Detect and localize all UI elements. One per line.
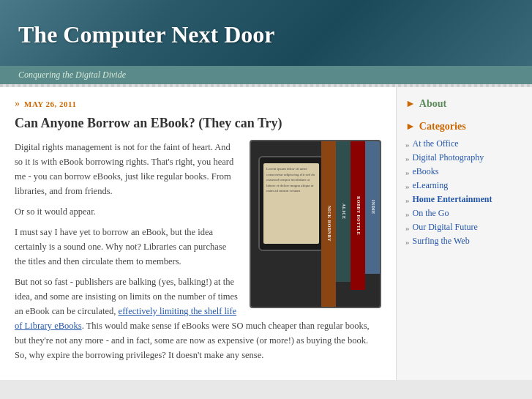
category-elearning[interactable]: eLearning: [413, 180, 449, 191]
category-digital-photo[interactable]: Digital Photography: [413, 152, 484, 163]
list-item: On the Go: [405, 208, 523, 219]
tagline-bar: Conquering the Digital Divide: [0, 66, 532, 84]
list-item: At the Office: [405, 138, 523, 149]
book-2: ALICE: [336, 141, 351, 282]
category-surfing-web[interactable]: Surfing the Web: [413, 236, 470, 247]
post-image: Lorem ipsum dolor sit amet consectetur a…: [250, 140, 381, 308]
book-stack: NICK HORNBY ALICE ROBBY BOTTLE INDIE: [321, 141, 380, 307]
post-body: Lorem ipsum dolor sit amet consectetur a…: [15, 140, 381, 362]
categories-header-link[interactable]: Categories: [419, 121, 466, 133]
post-date-line: » MAY 26, 2011: [15, 98, 381, 110]
category-home-entertainment[interactable]: Home Entertainment: [413, 194, 492, 205]
post-title: Can Anyone Borrow an EBook? (They can Tr…: [15, 116, 381, 131]
list-item: Home Entertainment: [405, 194, 523, 205]
tagline-text: Conquering the Digital Divide: [18, 70, 126, 80]
category-digital-future[interactable]: Our Digital Future: [413, 222, 478, 233]
categories-arrow-icon: ►: [405, 121, 416, 133]
about-link-row: ► About: [405, 98, 523, 110]
list-item: Surfing the Web: [405, 236, 523, 247]
category-on-the-go[interactable]: On the Go: [413, 208, 449, 219]
sidebar-categories-section: ► Categories At the Office Digital Photo…: [405, 121, 523, 247]
list-item: eBooks: [405, 166, 523, 177]
shelf-life-link[interactable]: effectively limiting the shelf life of L…: [15, 306, 236, 331]
site-header: The Computer Next Door: [0, 0, 532, 66]
sidebar-about-section: ► About: [405, 98, 523, 110]
sidebar: ► About ► Categories At the Office Digit…: [397, 87, 532, 380]
list-item: eLearning: [405, 180, 523, 191]
book-1: NICK HORNBY: [321, 141, 336, 307]
book-3: ROBBY BOTTLE: [351, 141, 365, 290]
about-arrow-icon: ►: [405, 98, 416, 110]
about-link[interactable]: About: [419, 98, 446, 110]
category-at-office[interactable]: At the Office: [413, 138, 459, 149]
ereader-screen: Lorem ipsum dolor sit amet consectetur a…: [263, 163, 319, 244]
list-item: Our Digital Future: [405, 222, 523, 233]
main-wrapper: » MAY 26, 2011 Can Anyone Borrow an EBoo…: [0, 87, 532, 380]
site-title: The Computer Next Door: [18, 21, 274, 48]
category-ebooks[interactable]: eBooks: [413, 166, 439, 177]
date-arrow-icon: »: [15, 98, 20, 110]
categories-list: At the Office Digital Photography eBooks…: [405, 138, 523, 247]
post-date: MAY 26, 2011: [24, 100, 77, 108]
content-area: » MAY 26, 2011 Can Anyone Borrow an EBoo…: [0, 87, 397, 380]
ereader-device: Lorem ipsum dolor sit amet consectetur a…: [258, 156, 324, 251]
list-item: Digital Photography: [405, 152, 523, 163]
book-4: INDIE: [365, 141, 380, 274]
categories-header-row: ► Categories: [405, 121, 523, 133]
